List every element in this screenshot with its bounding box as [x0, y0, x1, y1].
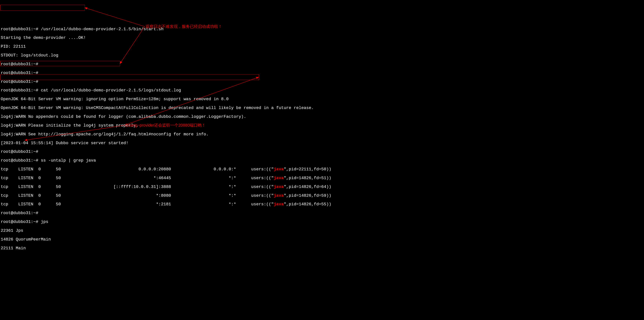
ss-row: tcp LISTEN 0 50 *:46445 *:* users:(("jav… [1, 176, 643, 180]
prompt-line: root@dubbo31:~# [1, 80, 643, 84]
grep-highlight: java [274, 176, 284, 180]
prompt-line: root@dubbo31:~# [1, 211, 643, 215]
ss-output-block: tcp LISTEN 0 50 0.0.0.0:20880 0.0.0.0:* … [1, 167, 643, 207]
ss-row: tcp LISTEN 0 50 *:2181 *:* users:(("java… [1, 202, 643, 207]
cat-output: log4j:WARN No appenders could be found f… [1, 115, 643, 119]
blank-line [1, 198, 643, 202]
blank-line [1, 172, 643, 176]
grep-highlight: java [274, 193, 284, 198]
annotation-text: 观察日志不难发现，服务已经启动成功啦！ [146, 24, 222, 29]
prompt-line: root@dubbo31:~# [1, 62, 643, 67]
highlight-box [0, 5, 85, 11]
grep-highlight: java [274, 202, 284, 207]
start-output: PID: 22111 [1, 45, 643, 49]
prompt-line: root@dubbo31:~# cat /usr/local/dubbo-dem… [1, 88, 643, 93]
cat-output: OpenJDK 64-Bit Server VM warning: UseCMS… [1, 106, 643, 110]
grep-highlight: java [274, 167, 284, 172]
prompt-line: root@dubbo31:~# [1, 71, 643, 75]
cat-output: log4j:WARN See http://logging.apache.org… [1, 132, 643, 137]
cat-output: [2023-01-04 15:55:14] Dubbo service serv… [1, 141, 643, 145]
ss-row: tcp LISTEN 0 50 0.0.0.0:20880 0.0.0.0:* … [1, 167, 643, 172]
prompt-line: root@dubbo31:~# [1, 150, 643, 154]
jps-output: 22111 Main [1, 246, 643, 251]
jps-output: 22361 Jps [1, 229, 643, 233]
start-output: STDOUT: logs/stdout.log [1, 53, 643, 58]
grep-highlight: java [274, 184, 284, 189]
ss-row: tcp LISTEN 0 50 *:8080 *:* users:(("java… [1, 194, 643, 198]
prompt-line: root@dubbo31:~# /usr/local/dubbo-demo-pr… [1, 27, 643, 32]
annotation-text: Duang~provider还会监听一个20880端口哟！ [126, 123, 206, 127]
start-output: Starting the demo-provider ....OK! [1, 36, 643, 40]
prompt-line: root@dubbo31:~# ss -untalp | grep java [1, 158, 643, 163]
cat-output: OpenJDK 64-Bit Server VM warning: ignori… [1, 97, 643, 102]
ss-row: tcp LISTEN 0 50 [::ffff:10.0.0.31]:3888 … [1, 185, 643, 189]
cat-output: log4j:WARN Please initialize the log4j s… [1, 123, 643, 128]
prompt-line: root@dubbo31:~# jps [1, 220, 643, 224]
terminal-area[interactable]: root@dubbo31:~# /usr/local/dubbo-demo-pr… [1, 23, 643, 255]
blank-line [1, 189, 643, 194]
blank-line [1, 180, 643, 185]
jps-output: 14826 QuorumPeerMain [1, 237, 643, 242]
